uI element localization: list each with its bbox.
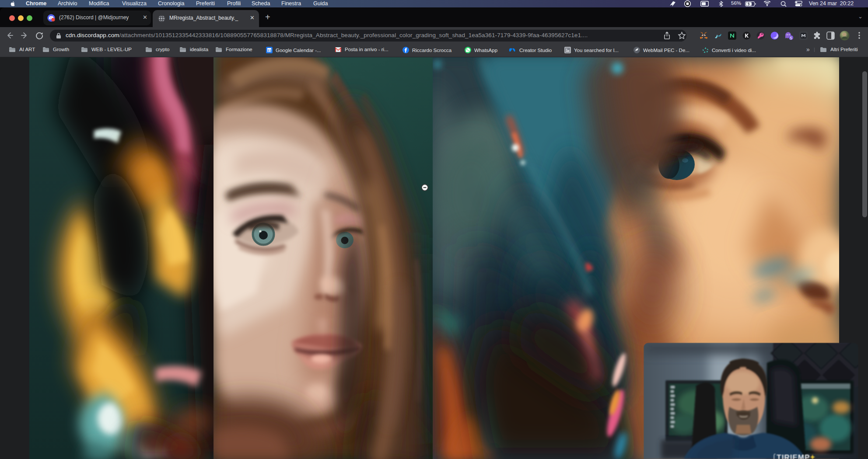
svg-text:5: 5: [790, 36, 792, 40]
svg-text:⌠TIRIEMP: ⌠TIRIEMP: [772, 453, 810, 459]
svg-text:✦: ✦: [810, 453, 816, 459]
svg-text:31: 31: [267, 49, 271, 52]
